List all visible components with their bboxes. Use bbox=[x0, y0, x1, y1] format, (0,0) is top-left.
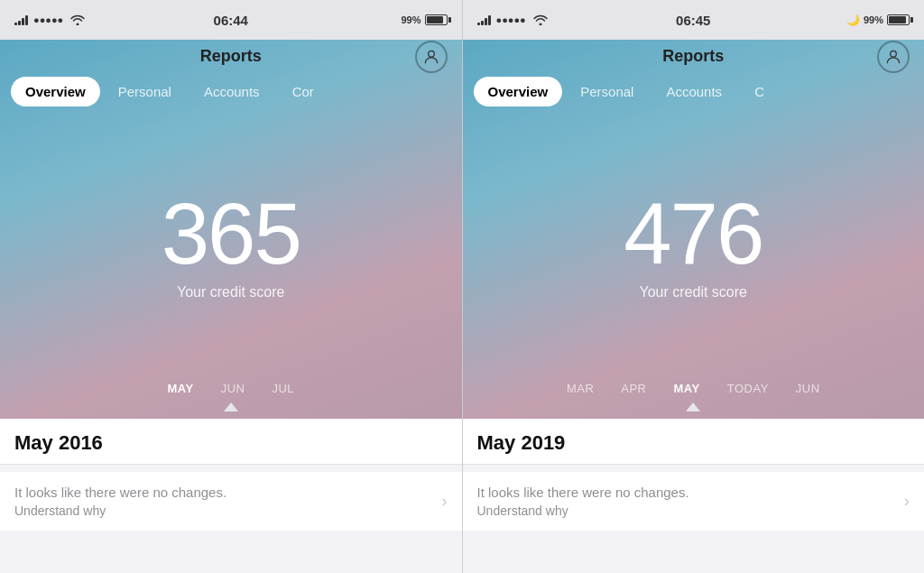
status-bar-right: ●●●●● 06:45 🌙 99% bbox=[463, 0, 925, 40]
credit-score-label-left: Your credit score bbox=[177, 284, 284, 300]
reports-title-left: Reports bbox=[200, 47, 262, 66]
carrier-text-right: ●●●●● bbox=[496, 14, 526, 25]
moon-icon-right: 🌙 bbox=[846, 14, 860, 26]
tab-accounts-right[interactable]: Accounts bbox=[651, 77, 736, 106]
tab-overview-left[interactable]: Overview bbox=[11, 77, 100, 106]
tab-overview-right[interactable]: Overview bbox=[474, 77, 563, 106]
timeline-may-right[interactable]: MAY bbox=[674, 382, 700, 395]
status-right-right: 🌙 99% bbox=[846, 14, 910, 26]
tab-cor-left[interactable]: Cor bbox=[278, 77, 328, 106]
bottom-section-right: May 2019 It looks like there were no cha… bbox=[463, 419, 925, 573]
timeline-right: MAR APR MAY TODAY JUN bbox=[463, 367, 925, 402]
no-changes-text-group-right: It looks like there were no changes. Und… bbox=[477, 485, 689, 518]
signal-bars-icon-right bbox=[477, 14, 491, 25]
profile-icon-right bbox=[884, 48, 902, 66]
timeline-indicator-right bbox=[463, 402, 925, 419]
header-left: Reports bbox=[0, 40, 462, 73]
no-changes-text-left: It looks like there were no changes. bbox=[14, 485, 226, 500]
nav-tabs-left: Overview Personal Accounts Cor bbox=[0, 73, 462, 114]
battery-icon-left bbox=[425, 14, 448, 25]
screens-container: ●●●●● 06:44 99% Reports bbox=[0, 0, 924, 573]
timeline-may-left[interactable]: MAY bbox=[167, 382, 193, 395]
signal-bars-icon bbox=[14, 14, 28, 25]
timeline-indicator-left bbox=[0, 402, 462, 419]
status-right-indicators: ●●●●● bbox=[477, 14, 548, 25]
credit-score-label-right: Your credit score bbox=[640, 284, 747, 300]
understand-why-left[interactable]: Understand why bbox=[14, 504, 226, 518]
status-time-right: 06:45 bbox=[676, 13, 710, 28]
no-changes-row-right[interactable]: It looks like there were no changes. Und… bbox=[463, 472, 925, 531]
score-section-right: 476 Your credit score bbox=[463, 114, 925, 367]
no-changes-text-group-left: It looks like there were no changes. Und… bbox=[14, 485, 226, 518]
header-right: Reports bbox=[463, 40, 925, 73]
chevron-right-icon-left: › bbox=[442, 492, 448, 511]
top-section-left: Reports Overview Personal Accounts Cor 3… bbox=[0, 40, 462, 419]
battery-percent-left: 99% bbox=[401, 14, 420, 25]
bottom-section-left: May 2016 It looks like there were no cha… bbox=[0, 419, 462, 573]
status-left-indicators: ●●●●● bbox=[14, 14, 85, 25]
svg-point-0 bbox=[428, 51, 434, 57]
month-header-left: May 2016 bbox=[0, 419, 462, 465]
tab-accounts-left[interactable]: Accounts bbox=[189, 77, 274, 106]
profile-button-left[interactable] bbox=[415, 41, 448, 73]
credit-score-number-right: 476 bbox=[624, 190, 762, 277]
triangle-icon-right bbox=[686, 402, 700, 411]
timeline-apr-right[interactable]: APR bbox=[621, 382, 646, 395]
timeline-jul-left[interactable]: JUL bbox=[272, 382, 294, 395]
screen-right: ●●●●● 06:45 🌙 99% Reports bbox=[463, 0, 925, 573]
battery-icon-right bbox=[887, 14, 910, 25]
chevron-right-icon-right: › bbox=[904, 492, 910, 511]
profile-button-right[interactable] bbox=[877, 41, 910, 73]
triangle-icon-left bbox=[224, 402, 238, 411]
tab-c-right[interactable]: C bbox=[740, 77, 779, 106]
timeline-jun-left[interactable]: JUN bbox=[221, 382, 245, 395]
nav-tabs-right: Overview Personal Accounts C bbox=[463, 73, 925, 114]
battery-fill-left bbox=[427, 16, 444, 23]
month-header-right: May 2019 bbox=[463, 419, 925, 465]
no-changes-text-right: It looks like there were no changes. bbox=[477, 485, 689, 500]
understand-why-right[interactable]: Understand why bbox=[477, 504, 689, 518]
top-section-right: Reports Overview Personal Accounts C 476… bbox=[463, 40, 925, 419]
screen-left: ●●●●● 06:44 99% Reports bbox=[0, 0, 463, 573]
battery-percent-right: 99% bbox=[864, 14, 883, 25]
profile-icon-left bbox=[422, 48, 440, 66]
no-changes-row-left[interactable]: It looks like there were no changes. Und… bbox=[0, 472, 462, 531]
timeline-mar-right[interactable]: MAR bbox=[567, 382, 594, 395]
carrier-text: ●●●●● bbox=[33, 14, 63, 25]
status-time-left: 06:44 bbox=[214, 13, 248, 28]
wifi-icon-right bbox=[533, 14, 548, 25]
svg-point-1 bbox=[891, 51, 897, 57]
tab-personal-left[interactable]: Personal bbox=[104, 77, 186, 106]
battery-fill-right bbox=[889, 16, 906, 23]
score-section-left: 365 Your credit score bbox=[0, 114, 462, 367]
status-right-left: 99% bbox=[401, 14, 447, 25]
timeline-today-right[interactable]: TODAY bbox=[727, 382, 769, 395]
reports-title-right: Reports bbox=[662, 47, 724, 66]
timeline-jun-right[interactable]: JUN bbox=[796, 382, 820, 395]
tab-personal-right[interactable]: Personal bbox=[566, 77, 648, 106]
timeline-left: MAY JUN JUL bbox=[0, 367, 462, 402]
wifi-icon bbox=[70, 14, 85, 25]
credit-score-number-left: 365 bbox=[162, 190, 300, 277]
status-bar-left: ●●●●● 06:44 99% bbox=[0, 0, 462, 40]
